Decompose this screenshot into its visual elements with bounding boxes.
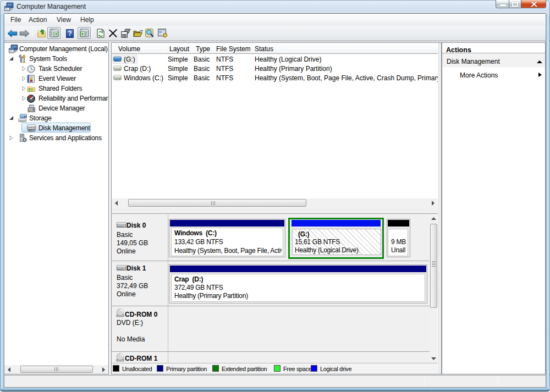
svg-text:?: ? (68, 30, 72, 37)
